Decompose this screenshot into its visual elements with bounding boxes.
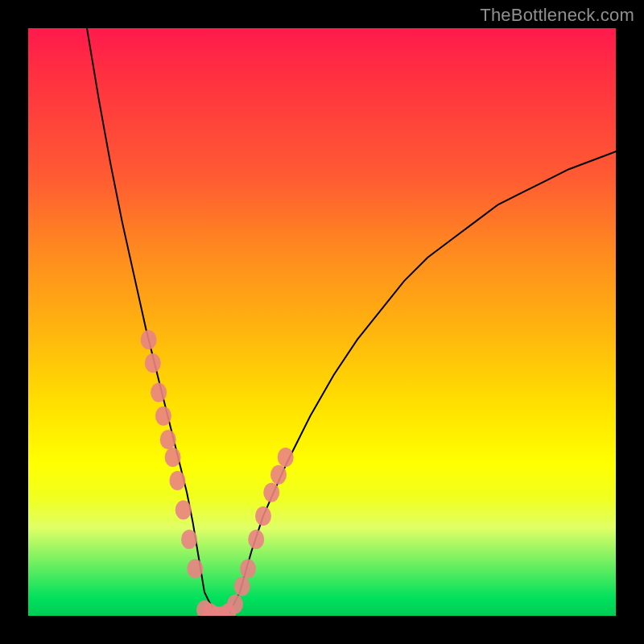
marker-dot [160,430,176,449]
marker-dot [155,407,171,426]
marker-dot [278,448,294,467]
marker-dot [165,448,181,467]
marker-dot [145,353,161,373]
marker-dot [187,559,203,579]
marker-dot [263,483,279,502]
marker-dot [248,530,264,549]
plot-area [28,28,616,616]
curve-layer [28,28,616,616]
marker-dot [169,471,185,490]
bottleneck-curve [87,28,616,616]
watermark-text: TheBottleneck.com [480,5,634,26]
chart-frame: TheBottleneck.com [0,0,644,644]
marker-dot [227,594,243,613]
marker-dot [141,330,157,349]
marker-dot [151,383,167,402]
marker-dot [234,577,250,597]
marker-dot [240,559,256,579]
marker-dots [141,330,294,616]
marker-dot [255,506,271,526]
marker-dot [175,501,192,520]
marker-dot [270,465,287,485]
marker-dot [181,530,197,549]
